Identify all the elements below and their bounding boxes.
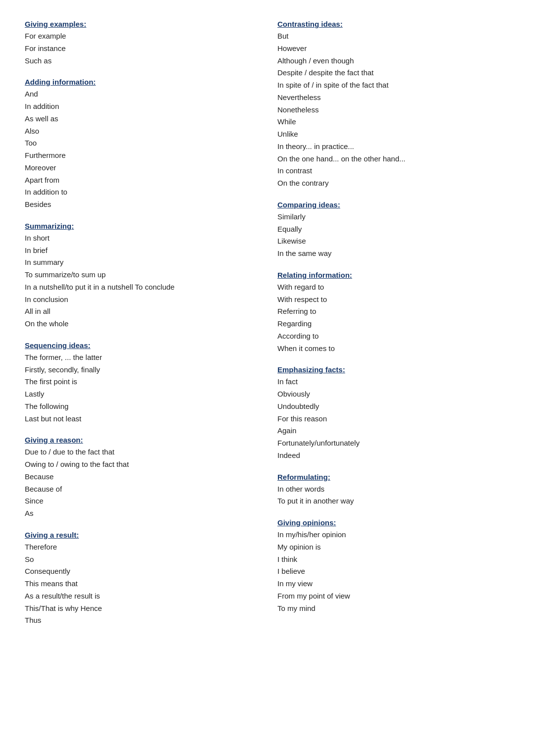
list-item: Lastly bbox=[25, 388, 258, 401]
section: Relating information:With regard toWith … bbox=[277, 271, 510, 355]
list-item: Moreover bbox=[25, 162, 258, 174]
list-item: Equally bbox=[277, 223, 510, 236]
list-item: In contrast bbox=[277, 165, 510, 177]
section-title: Contrasting ideas: bbox=[277, 20, 510, 28]
list-item: So bbox=[25, 554, 258, 566]
list-item: Referring to bbox=[277, 305, 510, 318]
list-item: In summary bbox=[25, 256, 258, 269]
section-items: Due to / due to the fact thatOwing to / … bbox=[25, 446, 258, 520]
list-item: Too bbox=[25, 137, 258, 150]
section-items: ButHoweverAlthough / even thoughDespite … bbox=[277, 30, 510, 190]
list-item: Firstly, secondly, finally bbox=[25, 364, 258, 376]
list-item: Again bbox=[277, 425, 510, 437]
section: Reformulating:In other wordsTo put it in… bbox=[277, 473, 510, 508]
list-item: As well as bbox=[25, 113, 258, 125]
list-item: In addition to bbox=[25, 186, 258, 199]
right-column: Contrasting ideas:ButHoweverAlthough / e… bbox=[277, 20, 510, 638]
list-item: Nonetheless bbox=[277, 104, 510, 116]
list-item: Therefore bbox=[25, 541, 258, 554]
section-title: Giving a result: bbox=[25, 531, 258, 539]
section-title: Giving a reason: bbox=[25, 436, 258, 444]
list-item: The first point is bbox=[25, 376, 258, 388]
list-item: Fortunately/unfortunately bbox=[277, 437, 510, 450]
list-item: In fact bbox=[277, 376, 510, 388]
section: Sequencing ideas:The former, ... the lat… bbox=[25, 341, 258, 425]
section-items: SimilarlyEquallyLikewiseIn the same way bbox=[277, 211, 510, 260]
list-item: Indeed bbox=[277, 450, 510, 462]
list-item: In addition bbox=[25, 101, 258, 113]
section-items: The former, ... the latterFirstly, secon… bbox=[25, 352, 258, 425]
list-item: In conclusion bbox=[25, 294, 258, 306]
list-item: Besides bbox=[25, 199, 258, 211]
list-item: I think bbox=[277, 554, 510, 566]
section-items: In shortIn briefIn summaryTo summarize/t… bbox=[25, 232, 258, 330]
list-item: For this reason bbox=[277, 413, 510, 425]
list-item: In brief bbox=[25, 245, 258, 257]
list-item: But bbox=[277, 30, 510, 43]
section-items: In factObviouslyUndoubtedlyFor this reas… bbox=[277, 376, 510, 461]
section-title: Summarizing: bbox=[25, 222, 258, 230]
list-item: However bbox=[277, 43, 510, 55]
list-item: For instance bbox=[25, 43, 258, 55]
list-item: This means that bbox=[25, 578, 258, 590]
list-item: When it comes to bbox=[277, 343, 510, 355]
list-item: Because of bbox=[25, 483, 258, 496]
list-item: While bbox=[277, 116, 510, 128]
section: Giving examples:For exampleFor instanceS… bbox=[25, 20, 258, 67]
list-item: Furthermore bbox=[25, 150, 258, 162]
list-item: Unlike bbox=[277, 128, 510, 141]
list-item: Consequently bbox=[25, 565, 258, 578]
list-item: As a result/the result is bbox=[25, 590, 258, 603]
list-item: To summarize/to sum up bbox=[25, 269, 258, 281]
list-item: For example bbox=[25, 30, 258, 43]
section: Giving opinions:In my/his/her opinionMy … bbox=[277, 518, 510, 614]
list-item: With respect to bbox=[277, 294, 510, 306]
list-item: Last but not least bbox=[25, 413, 258, 425]
page-container: Giving examples:For exampleFor instanceS… bbox=[25, 20, 510, 638]
section-items: With regard toWith respect toReferring t… bbox=[277, 281, 510, 355]
section-items: ThereforeSoConsequentlyThis means thatAs… bbox=[25, 541, 258, 627]
list-item: My opinion is bbox=[277, 541, 510, 554]
list-item: To put it in another way bbox=[277, 495, 510, 507]
list-item: On the contrary bbox=[277, 177, 510, 190]
section-title: Reformulating: bbox=[277, 473, 510, 481]
section-title: Relating information: bbox=[277, 271, 510, 279]
list-item: Obviously bbox=[277, 388, 510, 401]
list-item: And bbox=[25, 88, 258, 101]
list-item: Such as bbox=[25, 55, 258, 67]
list-item: Due to / due to the fact that bbox=[25, 446, 258, 458]
list-item: Apart from bbox=[25, 174, 258, 187]
list-item: Thus bbox=[25, 614, 258, 627]
section-title: Giving opinions: bbox=[277, 518, 510, 527]
section-title: Adding information: bbox=[25, 78, 258, 86]
list-item: In short bbox=[25, 232, 258, 245]
list-item: All in all bbox=[25, 305, 258, 318]
list-item: In the same way bbox=[277, 248, 510, 260]
list-item: Owing to / owing to the fact that bbox=[25, 458, 258, 471]
list-item: The former, ... the latter bbox=[25, 352, 258, 364]
list-item: As bbox=[25, 507, 258, 520]
section: Emphasizing facts:In factObviouslyUndoub… bbox=[277, 365, 510, 461]
section: Summarizing:In shortIn briefIn summaryTo… bbox=[25, 222, 258, 330]
list-item: In a nutshell/to put it in a nutshell To… bbox=[25, 281, 258, 294]
list-item: According to bbox=[277, 330, 510, 343]
list-item: In other words bbox=[277, 483, 510, 496]
list-item: To my mind bbox=[277, 603, 510, 615]
list-item: Similarly bbox=[277, 211, 510, 223]
list-item: In theory... in practice... bbox=[277, 141, 510, 153]
section-items: In other wordsTo put it in another way bbox=[277, 483, 510, 508]
section-title: Comparing ideas: bbox=[277, 201, 510, 209]
section-items: AndIn additionAs well asAlsoTooFurthermo… bbox=[25, 88, 258, 211]
list-item: On the whole bbox=[25, 318, 258, 330]
section-title: Giving examples: bbox=[25, 20, 258, 28]
section: Giving a result:ThereforeSoConsequentlyT… bbox=[25, 531, 258, 627]
list-item: Although / even though bbox=[277, 55, 510, 67]
list-item: Because bbox=[25, 471, 258, 483]
list-item: Also bbox=[25, 125, 258, 138]
section-items: In my/his/her opinionMy opinion isI thin… bbox=[277, 529, 510, 614]
section: Comparing ideas:SimilarlyEquallyLikewise… bbox=[277, 201, 510, 260]
list-item: With regard to bbox=[277, 281, 510, 294]
section-title: Emphasizing facts: bbox=[277, 365, 510, 374]
section-items: For exampleFor instanceSuch as bbox=[25, 30, 258, 67]
list-item: This/That is why Hence bbox=[25, 603, 258, 615]
